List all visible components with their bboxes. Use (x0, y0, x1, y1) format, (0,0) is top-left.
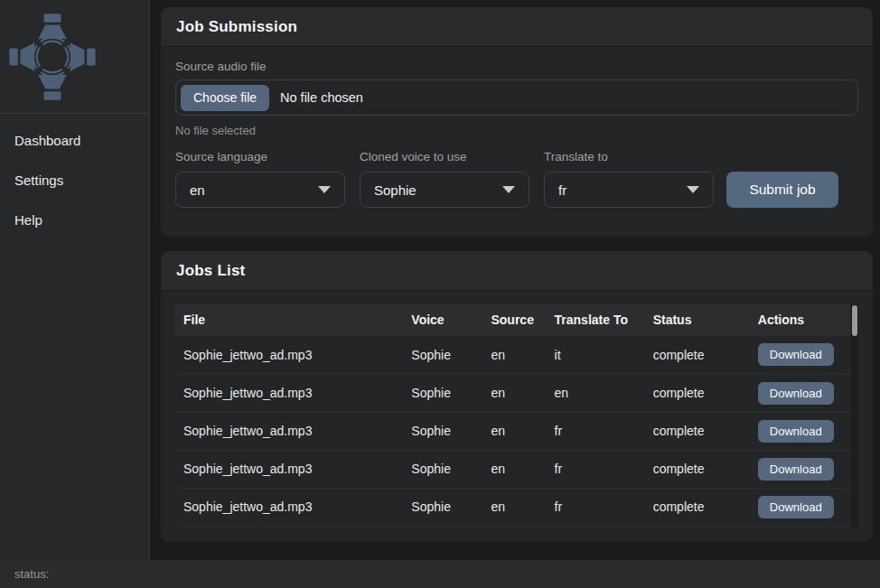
voice-cell: Sophie (411, 450, 491, 488)
chevron-down-icon (687, 186, 699, 193)
jobs-list-panel: Jobs List FileVoiceSourceTranslate ToSta… (161, 251, 873, 542)
actions-cell: Download (758, 412, 850, 450)
job-submission-body: Source audio file Choose file No file ch… (161, 47, 873, 208)
translate-to-field: Translate to fr (544, 150, 714, 208)
column-header-status: Status (653, 303, 758, 336)
jobs-table-wrap: FileVoiceSourceTranslate ToStatusActions… (174, 303, 858, 542)
voice-cell: Sophie (411, 488, 491, 526)
translate-to-cell: it (555, 336, 653, 374)
column-header-voice: Voice (411, 303, 491, 336)
source-cell: en (491, 374, 554, 412)
sidebar-item-help[interactable]: Help (14, 212, 135, 230)
jobs-table: FileVoiceSourceTranslate ToStatusActions… (174, 303, 850, 527)
surround-sound-logo-icon (5, 8, 99, 106)
sidebar: Dashboard Settings Help (0, 0, 150, 560)
sidebar-item-settings[interactable]: Settings (14, 173, 135, 191)
status-label: status: (14, 567, 49, 581)
jobs-list-title: Jobs List (176, 262, 245, 280)
translate-to-cell: en (555, 374, 653, 412)
chevron-down-icon (318, 186, 331, 193)
voice-cell: Sophie (411, 412, 491, 450)
table-header-row: FileVoiceSourceTranslate ToStatusActions (174, 303, 850, 336)
controls-row: Source language en Cloned voice to use S… (175, 150, 858, 208)
table-row: Sophie_jettwo_ad.mp3SophieenfrcompleteDo… (174, 488, 850, 526)
file-cell: Sophie_jettwo_ad.mp3 (174, 450, 411, 488)
status-cell: complete (653, 336, 758, 374)
source-audio-label: Source audio file (175, 60, 858, 73)
download-button[interactable]: Download (758, 458, 834, 481)
voice-cell: Sophie (411, 374, 491, 412)
cloned-voice-select[interactable]: Sophie (360, 172, 529, 208)
status-cell: complete (653, 450, 758, 488)
source-language-value: en (190, 182, 205, 198)
source-cell: en (491, 450, 554, 488)
translate-to-cell: fr (555, 450, 653, 488)
table-scrollbar[interactable] (851, 303, 858, 529)
submit-job-button[interactable]: Submit job (726, 172, 838, 208)
download-button[interactable]: Download (758, 496, 834, 518)
file-chosen-text: No file chosen (280, 90, 363, 105)
table-row: Sophie_jettwo_ad.mp3SophieenitcompleteDo… (174, 336, 850, 374)
actions-cell: Download (758, 374, 850, 412)
table-row: Sophie_jettwo_ad.mp3SophieenfrcompleteDo… (174, 450, 850, 488)
job-submission-header: Job Submission (161, 7, 873, 47)
job-submission-title: Job Submission (176, 18, 297, 36)
table-row: Sophie_jettwo_ad.mp3SophieenfrcompleteDo… (174, 412, 850, 450)
no-file-selected-hint: No file selected (175, 124, 858, 137)
translate-to-label: Translate to (544, 150, 714, 163)
file-cell: Sophie_jettwo_ad.mp3 (174, 374, 411, 412)
chevron-down-icon (502, 186, 515, 193)
file-input[interactable]: Choose file No file chosen (175, 79, 858, 116)
jobs-table-body: Sophie_jettwo_ad.mp3SophieenitcompleteDo… (174, 336, 850, 526)
status-cell: complete (653, 488, 758, 526)
translate-to-cell: fr (555, 488, 653, 526)
download-button[interactable]: Download (758, 343, 834, 366)
source-language-label: Source language (175, 150, 345, 163)
actions-cell: Download (758, 336, 850, 374)
status-cell: complete (653, 412, 758, 450)
actions-cell: Download (758, 488, 850, 526)
source-language-field: Source language en (175, 150, 345, 208)
source-cell: en (491, 488, 554, 526)
table-row: Sophie_jettwo_ad.mp3SophieenencompleteDo… (174, 374, 850, 412)
file-cell: Sophie_jettwo_ad.mp3 (174, 336, 411, 374)
cloned-voice-value: Sophie (374, 182, 417, 198)
cloned-voice-label: Cloned voice to use (360, 150, 529, 163)
source-cell: en (491, 412, 554, 450)
actions-cell: Download (758, 450, 850, 488)
translate-to-cell: fr (555, 412, 653, 450)
column-header-file: File (174, 303, 411, 336)
choose-file-button[interactable]: Choose file (181, 85, 269, 111)
file-cell: Sophie_jettwo_ad.mp3 (174, 412, 411, 450)
download-button[interactable]: Download (758, 382, 834, 405)
main-content: Job Submission Source audio file Choose … (151, 0, 880, 560)
scrollbar-thumb[interactable] (852, 305, 857, 336)
cloned-voice-field: Cloned voice to use Sophie (360, 150, 529, 208)
status-bar: status: (0, 560, 880, 588)
translate-to-select[interactable]: fr (544, 172, 714, 208)
column-header-source: Source (491, 303, 554, 336)
source-cell: en (491, 336, 554, 374)
source-language-select[interactable]: en (175, 172, 345, 208)
sidebar-item-dashboard[interactable]: Dashboard (14, 133, 135, 151)
voice-cell: Sophie (411, 336, 491, 374)
status-cell: complete (653, 374, 758, 412)
translate-to-value: fr (558, 182, 566, 198)
job-submission-panel: Job Submission Source audio file Choose … (161, 7, 873, 237)
column-header-actions: Actions (758, 303, 850, 336)
file-cell: Sophie_jettwo_ad.mp3 (174, 488, 411, 526)
logo-area (0, 0, 149, 114)
jobs-list-header: Jobs List (161, 251, 873, 291)
sidebar-nav: Dashboard Settings Help (0, 114, 149, 230)
column-header-translate-to: Translate To (555, 303, 653, 336)
download-button[interactable]: Download (758, 420, 834, 443)
